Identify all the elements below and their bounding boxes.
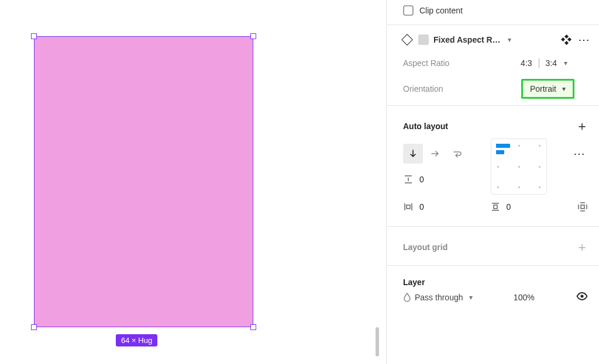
checkbox-unchecked-icon[interactable]	[403, 5, 414, 16]
aspect-ratio-value[interactable]: 4:3 3:4 ▾	[521, 58, 588, 68]
vertical-gap-icon	[403, 174, 414, 185]
blend-mode-control[interactable]: Pass through ▾	[403, 292, 473, 303]
layer-header: Layer	[387, 269, 599, 289]
component-name: Fixed Aspect R…	[433, 35, 501, 44]
component-icon	[401, 34, 413, 46]
more-options-icon[interactable]: ⋯	[576, 34, 593, 46]
resize-handle-bottom-right[interactable]	[250, 324, 256, 330]
item-spacing-value: 0	[419, 175, 424, 184]
eye-icon	[576, 292, 588, 301]
svg-rect-2	[494, 205, 497, 209]
inspector-panel: Clip content Fixed Aspect R… ▾ ⋯ Aspect …	[386, 0, 599, 364]
opacity-value[interactable]: 100%	[514, 293, 535, 302]
resize-handle-bottom-left[interactable]	[31, 324, 37, 330]
vertical-padding-icon	[490, 202, 501, 212]
clip-content-row[interactable]: Clip content	[387, 0, 599, 21]
horizontal-padding-value: 0	[419, 202, 424, 212]
aspect-ratio-row[interactable]: Aspect Ratio 4:3 3:4 ▾	[387, 50, 599, 76]
wrap-icon	[452, 149, 463, 158]
auto-layout-title: Auto layout	[403, 122, 448, 131]
variant-badge-icon	[418, 34, 429, 45]
orientation-value: Portrait	[530, 84, 556, 93]
layer-title: Layer	[403, 278, 425, 287]
alignment-indicator-bar	[496, 150, 504, 154]
chevron-down-icon: ▾	[562, 85, 566, 93]
canvas-scrollbar[interactable]	[376, 327, 379, 356]
alignment-widget[interactable]	[491, 138, 547, 195]
layer-blend-row: Pass through ▾ 100%	[387, 289, 599, 303]
ratio-divider	[539, 58, 539, 68]
alignment-indicator-bar	[496, 144, 510, 148]
add-auto-layout-icon[interactable]: ＋	[576, 117, 588, 135]
horizontal-padding-control[interactable]: 0	[403, 202, 424, 212]
visibility-toggle[interactable]	[576, 292, 588, 303]
design-canvas[interactable]: 64 × Hug	[0, 0, 380, 364]
svg-point-4	[581, 295, 584, 298]
orientation-label: Orientation	[403, 84, 443, 93]
auto-layout-more[interactable]: ⋯	[571, 148, 588, 160]
chevron-down-icon[interactable]: ▾	[508, 36, 511, 44]
chevron-down-icon[interactable]: ▾	[564, 59, 567, 67]
layout-grid-title: Layout grid	[403, 242, 447, 252]
svg-rect-3	[581, 205, 584, 209]
direction-horizontal-button[interactable]	[425, 144, 445, 164]
clip-content-label: Clip content	[419, 6, 463, 15]
orientation-row: Orientation Portrait ▾	[387, 76, 599, 102]
selected-frame[interactable]	[34, 36, 253, 327]
direction-wrap-button[interactable]	[447, 144, 467, 164]
chevron-down-icon: ▾	[469, 293, 473, 301]
horizontal-padding-icon	[403, 202, 414, 212]
blend-mode-value: Pass through	[415, 293, 463, 302]
resize-handle-top-right[interactable]	[250, 33, 256, 39]
svg-rect-0	[404, 6, 413, 15]
svg-rect-1	[407, 205, 410, 209]
item-spacing-control[interactable]: 0	[403, 174, 491, 185]
selection-size-badge: 64 × Hug	[116, 334, 157, 346]
component-header[interactable]: Fixed Aspect R… ▾ ⋯	[387, 25, 599, 50]
add-layout-grid-icon[interactable]: ＋	[576, 238, 588, 256]
vertical-padding-control[interactable]: 0	[490, 202, 511, 212]
component-actions-icon[interactable]	[562, 35, 571, 44]
individual-padding-button[interactable]	[577, 201, 588, 213]
direction-buttons	[403, 144, 491, 164]
more-options-icon: ⋯	[571, 147, 588, 160]
orientation-select[interactable]: Portrait ▾	[521, 79, 574, 99]
aspect-ratio-label: Aspect Ratio	[403, 58, 449, 68]
droplet-icon	[403, 292, 411, 303]
layout-grid-header[interactable]: Layout grid ＋	[387, 230, 599, 262]
individual-padding-icon	[577, 201, 588, 213]
auto-layout-header: Auto layout ＋	[387, 109, 599, 141]
arrow-down-icon	[408, 149, 418, 158]
vertical-padding-value: 0	[507, 202, 511, 212]
arrow-right-icon	[431, 149, 440, 158]
resize-handle-top-left[interactable]	[31, 33, 37, 39]
direction-vertical-button[interactable]	[403, 144, 423, 164]
